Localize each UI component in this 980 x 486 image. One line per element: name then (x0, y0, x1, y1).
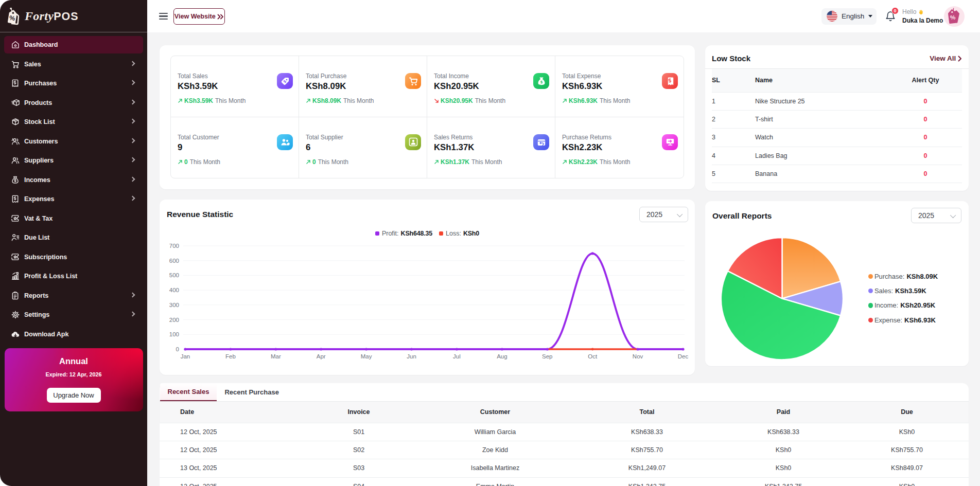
svg-text:Oct: Oct (588, 353, 598, 359)
svg-text:400: 400 (169, 287, 179, 293)
svg-text:Jul: Jul (453, 353, 461, 359)
svg-text:500: 500 (169, 272, 179, 278)
svg-text:100: 100 (169, 331, 179, 337)
svg-text:Jan: Jan (181, 353, 190, 359)
svg-text:Dec: Dec (678, 353, 689, 359)
svg-text:Sep: Sep (542, 353, 552, 359)
svg-text:200: 200 (169, 317, 179, 323)
svg-text:600: 600 (169, 258, 179, 264)
svg-text:Apr: Apr (317, 353, 326, 359)
svg-text:%: % (950, 14, 956, 21)
svg-text:May: May (361, 353, 372, 359)
svg-text:300: 300 (169, 302, 179, 308)
svg-text:700: 700 (169, 243, 179, 249)
svg-text:%: % (9, 14, 15, 23)
svg-text:0: 0 (176, 346, 179, 352)
svg-text:Feb: Feb (225, 353, 236, 359)
svg-text:Mar: Mar (271, 353, 281, 359)
svg-text:Jun: Jun (407, 353, 416, 359)
svg-text:Nov: Nov (633, 353, 643, 359)
svg-text:Aug: Aug (497, 353, 507, 359)
